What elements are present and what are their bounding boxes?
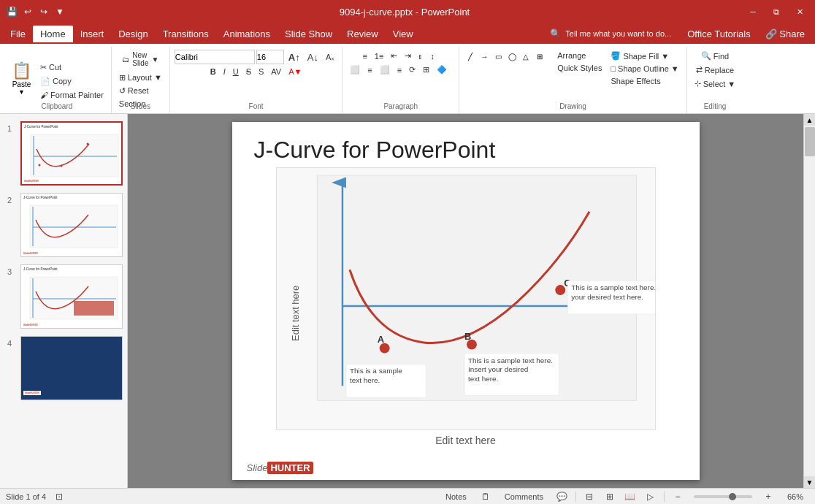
justify-btn[interactable]: ≡: [394, 64, 405, 76]
scroll-up-btn[interactable]: ▲: [804, 114, 815, 126]
notes-btn[interactable]: Notes: [440, 491, 472, 503]
font-size-input[interactable]: [256, 50, 284, 64]
menu-file[interactable]: File: [3, 26, 33, 42]
align-right-btn[interactable]: ⬜: [377, 64, 393, 76]
increase-indent-btn[interactable]: ⇥: [402, 50, 414, 62]
cut-btn[interactable]: ✂ Cut: [37, 61, 107, 74]
columns-btn[interactable]: ⫾: [416, 50, 426, 62]
paragraph-group: ≡ 1≡ ⇤ ⇥ ⫾ ↕ ⬜ ≡ ⬜ ≡ ⟳ ⊞ 🔷 Paragraph: [343, 47, 459, 113]
strikethrough-btn[interactable]: S: [243, 66, 254, 77]
menu-view[interactable]: View: [386, 26, 421, 42]
align-text-btn[interactable]: ⊞: [420, 64, 432, 76]
zoom-thumb[interactable]: [729, 493, 736, 500]
paste-btn[interactable]: 📋 Paste ▼: [7, 60, 36, 97]
copy-btn[interactable]: 📄 Copy: [37, 75, 107, 88]
align-center-btn[interactable]: ≡: [364, 64, 375, 76]
font-color-btn[interactable]: A▼: [286, 66, 305, 77]
slide-thumb-2[interactable]: 2 J-Curve for PowerPoint SlideHUNTER: [6, 191, 121, 259]
menu-home[interactable]: Home: [33, 26, 73, 42]
bold-btn[interactable]: B: [207, 66, 219, 77]
restore-btn[interactable]: ⧉: [767, 2, 786, 21]
zoom-level[interactable]: 66%: [781, 491, 809, 503]
shape-triangle-btn[interactable]: △: [519, 50, 532, 63]
shape-more-btn[interactable]: ⊞: [533, 50, 546, 63]
save-icon[interactable]: 💾: [6, 6, 18, 18]
decrease-font-btn[interactable]: A↓: [305, 50, 321, 64]
align-left-btn[interactable]: ⬜: [347, 64, 363, 76]
zoom-out-icon[interactable]: −: [670, 489, 685, 504]
office-tutorials-btn[interactable]: Office Tutorials: [680, 26, 757, 42]
menu-animations[interactable]: Animations: [216, 26, 278, 42]
select-btn[interactable]: ⊹ Select ▼: [692, 77, 738, 90]
shape-arrow-btn[interactable]: →: [478, 50, 491, 63]
underline-btn[interactable]: U: [230, 66, 242, 77]
find-btn[interactable]: 🔍 Find: [698, 50, 732, 62]
menu-slideshow[interactable]: Slide Show: [278, 26, 340, 42]
shape-effects-btn[interactable]: Shape Effects: [608, 75, 681, 87]
undo-icon[interactable]: ↩: [22, 6, 34, 18]
x-axis-label: Edit text here: [277, 435, 655, 446]
scroll-thumb[interactable]: [805, 127, 815, 156]
slide-sorter-icon[interactable]: ⊞: [602, 489, 617, 504]
menu-transitions[interactable]: Transitions: [156, 26, 216, 42]
format-painter-btn[interactable]: 🖌 Format Painter: [37, 89, 107, 101]
shape-outline-btn[interactable]: □ Shape Outline ▼: [608, 63, 681, 75]
svg-text:This is a sample text here. In: This is a sample text here. Insert: [571, 283, 655, 291]
arrange-btn[interactable]: Arrange: [554, 50, 605, 61]
slide-num-4: 4: [7, 336, 18, 348]
customize-icon[interactable]: ▼: [54, 6, 66, 18]
quick-styles-btn[interactable]: Quick Styles: [554, 62, 605, 74]
svg-text:This is a sample text here.: This is a sample text here.: [467, 356, 552, 364]
right-scrollbar[interactable]: ▲ ▼: [803, 114, 815, 488]
reset-btn[interactable]: ↺ Reset: [116, 85, 165, 97]
close-btn[interactable]: ✕: [790, 2, 809, 21]
char-spacing-btn[interactable]: AV: [268, 66, 284, 77]
fit-slide-icon[interactable]: ⊡: [52, 489, 66, 504]
slide-thumb-4[interactable]: 4 SlideHUNTER: [6, 335, 121, 402]
slideshow-icon[interactable]: ▷: [643, 489, 658, 504]
comments-btn[interactable]: Comments: [499, 491, 549, 503]
zoom-in-icon[interactable]: +: [761, 489, 776, 504]
title-left: 💾 ↩ ↪ ▼: [6, 6, 66, 18]
shape-rect-btn[interactable]: ▭: [491, 50, 505, 63]
smartart-btn[interactable]: 🔷: [434, 64, 450, 76]
search-icon: 🔍: [550, 28, 561, 39]
font-group: A↑ A↓ Aₓ B I U S S AV A▼ Font: [170, 47, 343, 113]
clear-format-btn[interactable]: Aₓ: [323, 51, 337, 64]
slide-canvas[interactable]: J-Curve for PowerPoint: [232, 122, 700, 480]
slide-thumb-3[interactable]: 3 J-Curve for PowerPoint SlideHUNTER: [6, 263, 121, 330]
slide-title: J-Curve for PowerPoint: [232, 122, 700, 167]
decrease-indent-btn[interactable]: ⇤: [388, 50, 400, 62]
normal-view-icon[interactable]: ⊟: [582, 489, 597, 504]
layout-btn[interactable]: ⊞ Layout ▼: [116, 72, 165, 84]
font-family-input[interactable]: [175, 50, 255, 64]
scroll-down-btn[interactable]: ▼: [804, 476, 815, 488]
filename-label: 9094-j-curve.pptx - PowerPoint: [340, 7, 470, 18]
italic-btn[interactable]: I: [221, 66, 229, 77]
new-slide-btn[interactable]: 🗂 NewSlide ▼: [119, 50, 161, 69]
redo-icon[interactable]: ↪: [38, 6, 50, 18]
replace-btn[interactable]: ⇄ Replace: [693, 64, 737, 76]
bullets-btn[interactable]: ≡: [359, 50, 370, 62]
line-spacing-btn[interactable]: ↕: [427, 50, 437, 62]
svg-text:Edit text here: Edit text here: [290, 286, 301, 341]
minimize-btn[interactable]: ─: [743, 2, 762, 21]
chart-container: Edit text here A B C T: [276, 167, 656, 430]
menu-insert[interactable]: Insert: [73, 26, 112, 42]
slide-content: Edit text here A B C T: [232, 167, 700, 480]
shadow-btn[interactable]: S: [256, 66, 267, 77]
share-btn[interactable]: 🔗 Share: [758, 26, 812, 42]
menu-review[interactable]: Review: [340, 26, 386, 42]
drawing-label: Drawing: [459, 102, 686, 110]
slide-thumb-1[interactable]: 1 J-Curve for PowerPoint SlideHUNTER: [6, 120, 121, 187]
menu-design[interactable]: Design: [111, 26, 155, 42]
zoom-slider[interactable]: [694, 495, 752, 498]
shape-oval-btn[interactable]: ◯: [505, 50, 519, 63]
reading-view-icon[interactable]: 📖: [623, 489, 638, 504]
text-direction-btn[interactable]: ⟳: [406, 64, 418, 76]
numbering-btn[interactable]: 1≡: [372, 50, 387, 62]
shape-fill-btn[interactable]: 🪣 Shape Fill ▼: [608, 50, 681, 62]
shape-line-btn[interactable]: ╱: [464, 50, 477, 63]
slide-panel: 1 J-Curve for PowerPoint SlideHUNTER: [0, 114, 128, 488]
increase-font-btn[interactable]: A↑: [286, 50, 303, 64]
